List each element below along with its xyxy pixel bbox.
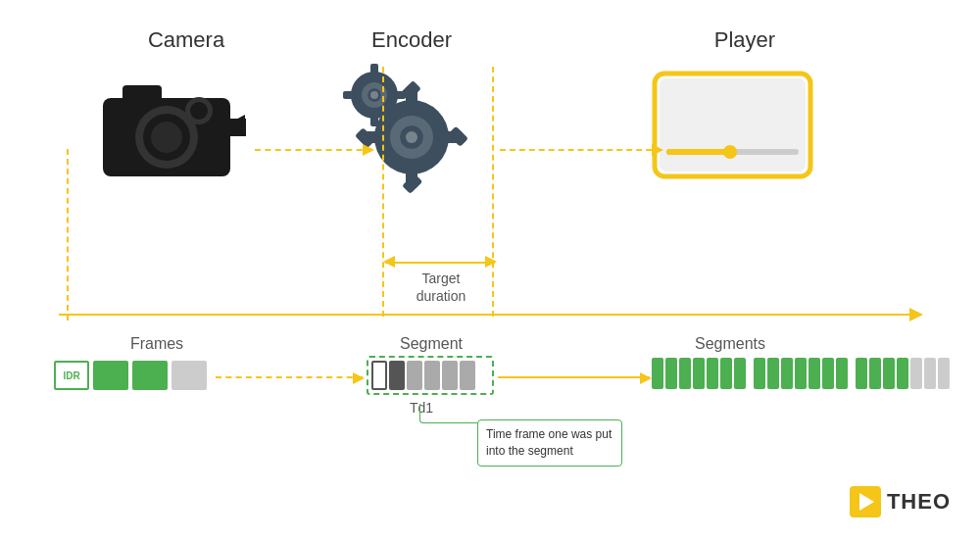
seg-1-6 [720, 358, 732, 389]
seg-frame-light-3 [442, 361, 458, 390]
svg-rect-25 [370, 115, 378, 126]
camera-icon [93, 64, 260, 191]
frames-row: IDR [54, 361, 207, 390]
seg-1-5 [707, 358, 718, 389]
seg-2-2 [767, 358, 779, 389]
callout-box: Time frame one was put into the segment [477, 419, 622, 467]
svg-point-5 [190, 102, 208, 120]
seg-frame-light-4 [460, 361, 475, 390]
segment-label: Segment [377, 335, 485, 353]
seg-3-4 [897, 358, 908, 389]
seg-2-4 [795, 358, 807, 389]
frame-green-2 [132, 361, 168, 390]
segment-box [367, 356, 494, 395]
target-duration-label: Targetduration [392, 270, 490, 305]
svg-point-35 [723, 145, 737, 159]
seg-3-7 [938, 358, 950, 389]
seg-1-3 [679, 358, 691, 389]
seg-2-3 [781, 358, 793, 389]
seg-group-2 [754, 358, 848, 389]
seg-2-5 [808, 358, 820, 389]
theo-logo: THEO [850, 486, 951, 517]
seg-3-6 [924, 358, 936, 389]
svg-rect-17 [448, 126, 468, 147]
idr-frame: IDR [54, 361, 89, 390]
seg-group-1 [652, 358, 746, 389]
svg-point-3 [151, 122, 182, 153]
seg-2-6 [822, 358, 834, 389]
encoder-left-dashed-line [382, 67, 384, 317]
encoder-label: Encoder [353, 27, 470, 53]
seg-1-4 [693, 358, 705, 389]
svg-rect-24 [370, 64, 378, 75]
svg-rect-6 [122, 85, 162, 103]
frame-gray-1 [172, 361, 207, 390]
frames-to-segment-arrow [216, 376, 363, 378]
seg-1-1 [652, 358, 663, 389]
encoder-right-dashed-line [492, 67, 494, 317]
camera-left-dashed-line [67, 149, 69, 320]
frames-label: Frames [98, 335, 216, 353]
callout-text: Time frame one was put into the segment [486, 427, 612, 458]
main-timeline-arrow [59, 314, 921, 316]
theo-play-icon [850, 486, 881, 517]
svg-rect-18 [402, 173, 422, 194]
svg-point-21 [406, 131, 417, 143]
seg-1-7 [734, 358, 746, 389]
seg-3-3 [883, 358, 895, 389]
svg-rect-26 [343, 91, 355, 99]
seg-frame-light-1 [407, 361, 422, 390]
segment-to-segments-arrow [498, 376, 650, 378]
seg-frame-filled-1 [389, 361, 405, 390]
diagram: Camera Encoder Player [0, 0, 980, 541]
seg-2-1 [754, 358, 765, 389]
seg-1-2 [665, 358, 677, 389]
svg-point-30 [370, 91, 378, 99]
encoder-icon [333, 54, 490, 196]
seg-3-1 [856, 358, 867, 389]
svg-rect-34 [666, 149, 730, 155]
seg-3-2 [869, 358, 881, 389]
player-label: Player [686, 27, 804, 53]
seg-frame-light-2 [424, 361, 440, 390]
camera-to-encoder-arrow [255, 149, 372, 151]
frame-green-1 [93, 361, 128, 390]
segments-label: Segments [671, 335, 789, 353]
encoder-to-player-arrow [500, 149, 662, 151]
camera-label: Camera [127, 27, 245, 53]
theo-brand-text: THEO [887, 489, 951, 515]
callout-connector-line [419, 404, 480, 423]
theo-play-triangle [859, 493, 874, 511]
target-duration-arrow [385, 262, 495, 264]
player-icon [647, 69, 818, 191]
svg-rect-8 [230, 119, 246, 136]
seg-group-3 [856, 358, 950, 389]
seg-frame-outline [371, 361, 387, 390]
seg-3-5 [910, 358, 922, 389]
segments-row [652, 358, 950, 389]
svg-rect-27 [394, 91, 406, 99]
seg-2-7 [836, 358, 848, 389]
